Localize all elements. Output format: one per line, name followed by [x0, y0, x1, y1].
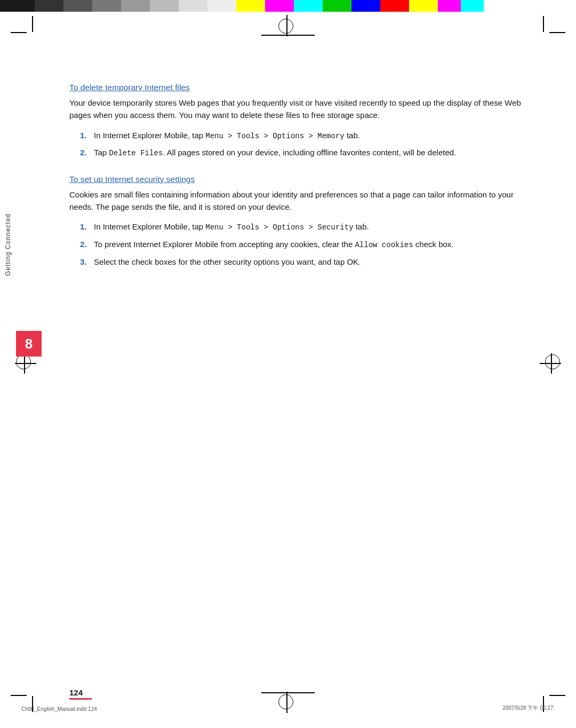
main-content: To delete temporary Internet files Your …: [69, 83, 523, 664]
step-number: 1.: [80, 220, 92, 233]
security-menu-path: Menu > Tools > Options > Security: [205, 223, 353, 232]
delete-files-label: Delete Files: [109, 149, 163, 157]
reg-bot-h: [261, 692, 315, 693]
crop-mark-tl-v: [32, 16, 33, 32]
list-item: 1. In Internet Explorer Mobile, tap Menu…: [80, 129, 523, 143]
step-text: In Internet Explorer Mobile, tap Menu > …: [94, 220, 523, 234]
vertical-chapter-label: Getting Connected: [4, 213, 15, 276]
color-bar: [0, 0, 576, 12]
list-item: 2. Tap Delete Files. All pages stored on…: [80, 146, 523, 160]
page-number: 124: [69, 688, 83, 697]
crop-mark-br-h: [549, 695, 565, 696]
footer-right: 2007/5/28 下午 06:27:: [502, 705, 555, 712]
chapter-tab: 8: [16, 331, 42, 357]
chapter-number: 8: [25, 336, 33, 352]
list-item: 3. Select the check boxes for the other …: [80, 256, 523, 268]
section-delete-temp-files: To delete temporary Internet files Your …: [69, 83, 523, 160]
reg-top-h: [261, 35, 315, 36]
menu-path: Menu > Tools > Options > Memory: [205, 132, 344, 140]
crop-mark-tr-v: [543, 16, 544, 32]
step-text: Tap Delete Files. All pages stored on yo…: [94, 146, 523, 160]
step-number: 3.: [80, 256, 92, 268]
section2-steps: 1. In Internet Explorer Mobile, tap Menu…: [80, 220, 523, 268]
step-number: 2.: [80, 238, 92, 250]
step-text: Select the check boxes for the other sec…: [94, 256, 523, 268]
reg-right-circle: [545, 354, 560, 369]
section-internet-security: To set up Internet security settings Coo…: [69, 175, 523, 268]
crop-mark-tl-h: [11, 32, 27, 33]
step-text: To prevent Internet Explorer Mobile from…: [94, 238, 523, 251]
footer-left: Ch08_English_Manual.indd 124: [21, 706, 97, 712]
reg-bot-circle: [278, 694, 293, 709]
section1-heading: To delete temporary Internet files: [69, 83, 523, 92]
section1-steps: 1. In Internet Explorer Mobile, tap Menu…: [80, 129, 523, 160]
crop-mark-tr-h: [549, 32, 565, 33]
list-item: 1. In Internet Explorer Mobile, tap Menu…: [80, 220, 523, 234]
reg-left-circle: [16, 354, 31, 369]
list-item: 2. To prevent Internet Explorer Mobile f…: [80, 238, 523, 251]
crop-mark-bl-h: [11, 695, 27, 696]
page-number-underline: [69, 698, 92, 700]
section2-heading: To set up Internet security settings: [69, 175, 523, 184]
step-number: 2.: [80, 146, 92, 159]
step-number: 1.: [80, 129, 92, 141]
allow-cookies-label: Allow cookies: [355, 241, 413, 249]
section1-body: Your device temporarily stores Web pages…: [69, 97, 523, 122]
reg-top-circle: [278, 19, 293, 34]
step-text: In Internet Explorer Mobile, tap Menu > …: [94, 129, 523, 143]
section2-body: Cookies are small files containing infor…: [69, 188, 523, 213]
